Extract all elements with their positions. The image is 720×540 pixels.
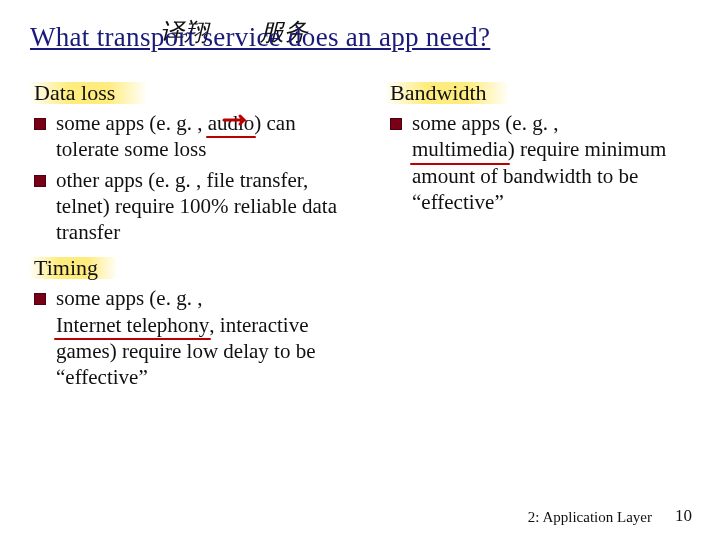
heading-data-loss: Data loss xyxy=(34,80,115,106)
text-frag: some apps (e. g. , xyxy=(56,286,202,310)
underline-multimedia: multimedia xyxy=(412,136,508,162)
section-bandwidth: Bandwidth some apps (e. g. , multimedia)… xyxy=(390,80,690,215)
slide-title: What transport service does an app need? xyxy=(30,22,490,53)
text-frag: some apps (e. g. , xyxy=(56,111,208,135)
right-column: Bandwidth some apps (e. g. , multimedia)… xyxy=(390,80,690,400)
bullet-square-icon xyxy=(34,293,46,305)
footer-page-number: 10 xyxy=(675,506,692,526)
left-column: Data loss some apps (e. g. , audio) can … xyxy=(34,80,364,400)
text-frag: some apps (e. g. , xyxy=(412,111,558,135)
bullet-square-icon xyxy=(390,118,402,130)
bullet-bandwidth-1: some apps (e. g. , multimedia) require m… xyxy=(390,110,690,215)
underline-telephony: Internet telephony xyxy=(56,312,209,338)
section-data-loss: Data loss some apps (e. g. , audio) can … xyxy=(34,80,364,245)
bullet-text: some apps (e. g. , Internet telephony, i… xyxy=(56,285,364,390)
bullet-timing-1: some apps (e. g. , Internet telephony, i… xyxy=(34,285,364,390)
text-frag: ) can xyxy=(254,111,295,135)
bullet-data-loss-1: some apps (e. g. , audio) can tolerate s… xyxy=(34,110,364,163)
footer-chapter-label: 2: Application Layer xyxy=(528,509,652,526)
heading-timing: Timing xyxy=(34,255,98,281)
bullet-square-icon xyxy=(34,175,46,187)
bullet-square-icon xyxy=(34,118,46,130)
bullet-data-loss-2: other apps (e. g. , file transfer, telne… xyxy=(34,167,364,246)
red-arrow-icon xyxy=(222,112,252,128)
bullet-text: some apps (e. g. , multimedia) require m… xyxy=(412,110,690,215)
section-timing: Timing some apps (e. g. , Internet telep… xyxy=(34,255,364,390)
text-frag: tolerate some loss xyxy=(56,136,364,162)
bullet-text: some apps (e. g. , audio) can tolerate s… xyxy=(56,110,364,163)
bullet-text: other apps (e. g. , file transfer, telne… xyxy=(56,167,364,246)
heading-bandwidth: Bandwidth xyxy=(390,80,487,106)
content-columns: Data loss some apps (e. g. , audio) can … xyxy=(34,80,690,400)
